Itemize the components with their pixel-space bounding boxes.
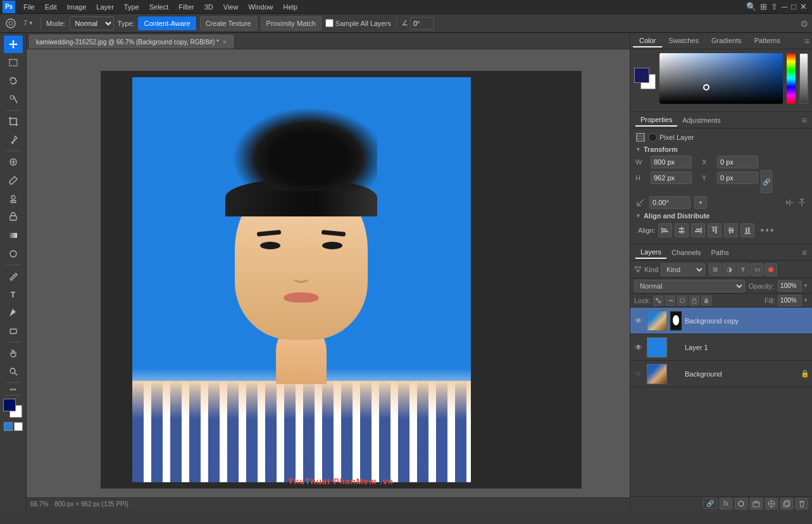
filter-smart-btn[interactable]	[765, 263, 777, 276]
create-texture-btn[interactable]: Create Texture	[200, 16, 257, 30]
tab-swatches[interactable]: Swatches	[662, 35, 705, 47]
gradient-tool[interactable]	[4, 227, 23, 244]
more-tools-btn[interactable]: •••	[9, 386, 16, 393]
align-center-v-btn[interactable]	[724, 223, 738, 237]
flip-vertical-icon[interactable]	[797, 197, 807, 208]
constrain-proportions-btn[interactable]: 🔗	[761, 170, 772, 193]
brush-settings-icon[interactable]: ⊙	[801, 18, 808, 28]
tab-close-btn[interactable]: ×	[223, 39, 227, 46]
document-tab[interactable]: kamiwedding-316252.jpg @ 66.7% (Backgrou…	[29, 35, 234, 49]
menu-window[interactable]: Window	[244, 2, 277, 12]
move-tool[interactable]	[4, 35, 23, 53]
height-input[interactable]	[651, 172, 692, 184]
hue-bar-vertical[interactable]	[787, 53, 796, 104]
hand-tool[interactable]	[4, 344, 23, 362]
pen-tool[interactable]	[4, 267, 23, 285]
text-tool[interactable]: T	[4, 285, 23, 303]
lock-all-btn[interactable]	[701, 296, 711, 306]
angle-dropdown-btn[interactable]: ▼	[694, 196, 707, 209]
foreground-color[interactable]	[3, 399, 16, 411]
magic-wand-tool[interactable]	[4, 90, 23, 108]
share-icon[interactable]: ⇧	[771, 2, 778, 11]
eyedropper-tool[interactable]	[4, 131, 23, 149]
heal-brush-tool[interactable]	[4, 153, 23, 171]
transform-section-header[interactable]: ▼ Transform	[635, 146, 807, 153]
tab-layers[interactable]: Layers	[635, 246, 666, 259]
new-layer-btn[interactable]	[780, 498, 793, 509]
sample-all-layers-checkbox[interactable]: Sample All Layers	[325, 19, 391, 27]
layers-panel-menu[interactable]: ≡	[802, 247, 807, 258]
x-input[interactable]	[717, 156, 758, 168]
tab-gradients[interactable]: Gradients	[705, 35, 748, 47]
window-close[interactable]: ✕	[800, 2, 807, 11]
filter-adj-btn[interactable]: ◑	[723, 263, 735, 276]
filter-kind-select[interactable]: Kind	[661, 263, 705, 276]
brush-tool-icon[interactable]	[4, 16, 18, 30]
fill-chevron[interactable]: ▼	[803, 297, 808, 303]
brush-size-dropdown[interactable]: 7 ▼	[22, 16, 35, 30]
new-group-btn[interactable]	[750, 498, 763, 509]
lock-artboard-btn[interactable]	[677, 296, 687, 306]
crop-tool[interactable]	[4, 113, 23, 130]
zoom-tool[interactable]	[4, 363, 23, 380]
window-max[interactable]: □	[791, 2, 796, 11]
align-center-h-btn[interactable]	[675, 223, 689, 237]
layer-link-btn[interactable]: 🔗	[703, 498, 717, 509]
opacity-input[interactable]	[778, 280, 802, 292]
filter-shape-btn[interactable]: ▭	[751, 263, 763, 276]
opacity-bar-vertical[interactable]	[799, 53, 808, 104]
tab-channels[interactable]: Channels	[666, 247, 706, 258]
tab-paths[interactable]: Paths	[706, 247, 734, 258]
y-input[interactable]	[717, 172, 758, 184]
properties-panel-menu[interactable]: ≡	[802, 115, 807, 125]
shape-tool[interactable]	[4, 322, 23, 340]
layer-row-layer1[interactable]: 👁 Layer 1	[630, 334, 812, 361]
menu-help[interactable]: Help	[279, 2, 303, 12]
brush-tool[interactable]	[4, 172, 23, 189]
color-picker-gradient-container[interactable]	[659, 53, 783, 104]
menu-edit[interactable]: Edit	[41, 2, 61, 12]
new-adj-layer-btn[interactable]	[765, 498, 778, 509]
filter-text-btn[interactable]: T	[737, 263, 749, 276]
align-right-btn[interactable]	[691, 223, 705, 237]
eraser-tool[interactable]	[4, 208, 23, 226]
layer-row-background[interactable]: 👁 Background 🔒	[630, 361, 812, 387]
lock-transparent-btn[interactable]	[653, 296, 663, 306]
align-bottom-btn[interactable]	[740, 223, 754, 237]
width-input[interactable]	[651, 156, 692, 168]
fg-bg-squares[interactable]	[634, 68, 656, 89]
mode-select[interactable]: Normal	[70, 16, 114, 30]
color-gradient-field[interactable]	[659, 53, 783, 104]
menu-filter[interactable]: Filter	[174, 2, 198, 12]
filter-pixel-btn[interactable]: ⊞	[709, 263, 721, 276]
blend-mode-select[interactable]: Normal	[634, 280, 745, 292]
align-more-btn[interactable]: •••	[757, 225, 775, 236]
quick-select-bg[interactable]	[14, 422, 23, 431]
angle-input[interactable]	[410, 17, 434, 30]
menu-layer[interactable]: Layer	[92, 2, 118, 12]
delete-layer-btn[interactable]	[796, 498, 808, 509]
color-swatch[interactable]	[3, 399, 23, 419]
layer-visibility-background-copy[interactable]: 👁	[633, 315, 644, 327]
dodge-tool[interactable]	[4, 245, 23, 263]
add-mask-btn[interactable]	[735, 498, 747, 509]
menu-view[interactable]: View	[219, 2, 243, 12]
menu-type[interactable]: Type	[120, 2, 144, 12]
quick-select-fg[interactable]	[4, 422, 13, 431]
lock-position-btn[interactable]	[689, 296, 699, 306]
tab-color[interactable]: Color	[633, 35, 662, 47]
menu-image[interactable]: Image	[63, 2, 91, 12]
flip-horizontal-icon[interactable]	[785, 197, 795, 208]
stamp-tool[interactable]	[4, 190, 23, 208]
proximity-match-btn[interactable]: Proximity Match	[261, 16, 322, 30]
layer-fx-btn[interactable]: fx	[720, 498, 732, 509]
menu-select[interactable]: Select	[145, 2, 173, 12]
angle-transform-input[interactable]	[649, 196, 690, 209]
fill-input[interactable]	[778, 295, 802, 306]
content-aware-btn[interactable]: Content-Aware	[138, 16, 196, 30]
tab-properties[interactable]: Properties	[635, 114, 677, 127]
path-select-tool[interactable]	[4, 304, 23, 321]
window-min[interactable]: ─	[782, 2, 787, 11]
color-panel-menu[interactable]: ≡	[804, 36, 809, 46]
menu-file[interactable]: File	[19, 2, 39, 12]
